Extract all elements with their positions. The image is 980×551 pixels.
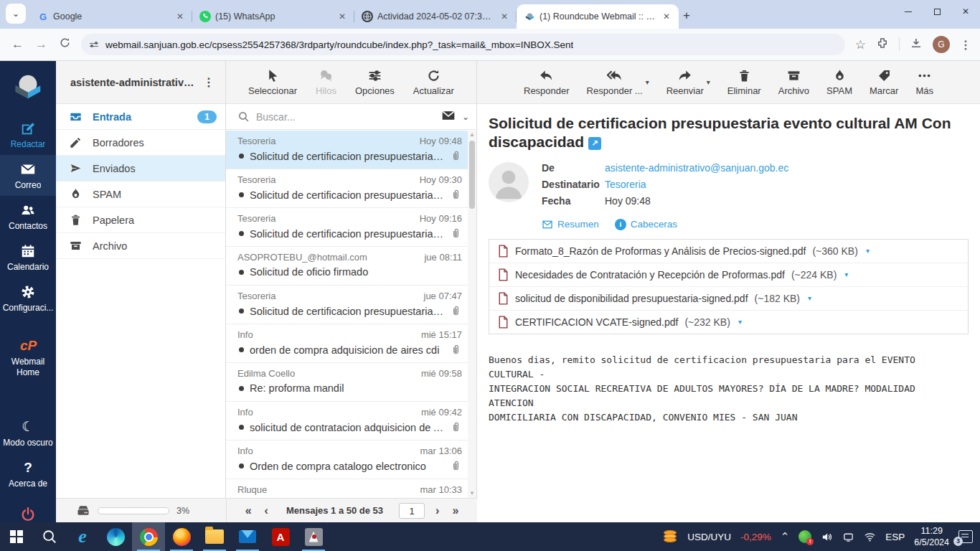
taskbar-java-app-button[interactable]: [297, 522, 330, 551]
message-row[interactable]: Tesoreriajue 07:47 Solicitud de certific…: [226, 286, 468, 324]
reply-all-caret-icon[interactable]: ▾: [646, 78, 649, 86]
tab-close-icon[interactable]: ✕: [498, 10, 511, 23]
folder-borradores[interactable]: Borradores: [56, 130, 225, 156]
folder-archivo[interactable]: Archivo: [56, 233, 225, 259]
from-address-link[interactable]: asistente-administrativo@sanjuan.gob.ec: [605, 162, 788, 174]
search-scope-icon[interactable]: [441, 108, 456, 126]
to-address-link[interactable]: Tesoreria: [605, 179, 646, 190]
unread-dot-icon[interactable]: [239, 309, 244, 314]
unread-dot-icon[interactable]: [239, 463, 244, 468]
forward-button[interactable]: →: [35, 37, 47, 52]
tab-google[interactable]: G Google ✕: [30, 4, 192, 29]
taskbar-explorer-button[interactable]: [198, 522, 231, 551]
taskbar-acrobat-button[interactable]: A: [264, 522, 297, 551]
page-number-input[interactable]: 1: [399, 503, 425, 519]
unread-dot-icon[interactable]: [239, 270, 244, 275]
scroll-up-icon[interactable]: ▲: [468, 131, 476, 139]
attachment-item[interactable]: Formato_8_Razón de Proformas y Análisis …: [489, 240, 968, 263]
attachment-item[interactable]: Necesidades de Contratación y Recepción …: [489, 263, 968, 287]
tray-expand-icon[interactable]: ⌃: [781, 530, 790, 543]
message-row[interactable]: TesoreriaHoy 09:48 Solicitud de certific…: [226, 131, 468, 169]
unread-dot-icon[interactable]: [239, 386, 244, 391]
sidebar-item-webmail-home[interactable]: cP Webmail Home: [0, 331, 56, 384]
ticker-pair[interactable]: USD/UYU: [687, 532, 731, 542]
message-row[interactable]: TesoreriaHoy 09:30 Solicitud de certific…: [226, 169, 468, 208]
clock[interactable]: 11:29 6/5/2024: [914, 525, 949, 549]
taskbar-ie-button[interactable]: e: [66, 522, 99, 551]
display-tray-icon[interactable]: [842, 531, 854, 543]
folder-papelera[interactable]: Papelera: [56, 207, 225, 233]
attachment-menu-icon[interactable]: ▾: [844, 270, 848, 278]
search-options-chevron-icon[interactable]: ⌄: [462, 112, 469, 122]
profile-avatar[interactable]: G: [933, 36, 950, 53]
sidebar-item-configuracion[interactable]: Configuraci...: [0, 278, 56, 319]
attachment-menu-icon[interactable]: ▾: [738, 318, 742, 326]
tab-actividad[interactable]: Actividad 2024-05-02 07:30:00 ✕: [354, 4, 517, 29]
delete-button[interactable]: Eliminar: [727, 68, 761, 96]
unread-dot-icon[interactable]: [239, 425, 244, 430]
url-bar[interactable]: webmail.sanjuan.gob.ec/cpsess2554257368/…: [81, 34, 845, 55]
tab-close-icon[interactable]: ✕: [660, 10, 673, 23]
prev-page-button[interactable]: ‹: [263, 504, 270, 517]
action-center-icon[interactable]: 3: [958, 530, 973, 543]
sidebar-item-redactar[interactable]: Redactar: [0, 114, 56, 155]
select-button[interactable]: Seleccionar: [248, 68, 297, 96]
taskbar-edge-button[interactable]: [99, 522, 132, 551]
forward-button[interactable]: Reenviar: [666, 68, 704, 96]
sidebar-item-calendario[interactable]: Calendario: [0, 237, 56, 278]
tab-search-button[interactable]: ⌄: [6, 4, 26, 24]
search-input[interactable]: [256, 111, 435, 123]
browser-menu-icon[interactable]: ⋮: [960, 38, 971, 52]
start-button[interactable]: [0, 522, 33, 551]
window-maximize-button[interactable]: [923, 0, 951, 23]
window-minimize-button[interactable]: [894, 0, 923, 23]
first-page-button[interactable]: «: [243, 504, 254, 517]
taskbar-chrome-button[interactable]: [132, 522, 165, 551]
reply-button[interactable]: Responder: [524, 68, 570, 96]
message-row[interactable]: Infomar 13:06 Orden de compra catalogo e…: [226, 441, 468, 479]
folder-enviados-selected[interactable]: Enviados: [56, 156, 225, 182]
sidebar-item-acerca-de[interactable]: ? Acerca de: [0, 453, 56, 494]
options-button[interactable]: Opciones: [355, 68, 395, 96]
taskbar-mail-button[interactable]: [231, 522, 264, 551]
sidebar-item-correo[interactable]: Correo: [0, 155, 56, 196]
more-button[interactable]: Más: [915, 68, 933, 96]
message-row[interactable]: Edilma Coellomié 09:58 Re: proforma mand…: [226, 363, 468, 402]
folder-entrada[interactable]: Entrada 1: [56, 104, 225, 130]
unread-dot-icon[interactable]: [239, 154, 244, 159]
taskbar-search-button[interactable]: [33, 522, 66, 551]
extensions-icon[interactable]: [876, 37, 889, 52]
antivirus-tray-icon[interactable]: [798, 530, 811, 543]
new-tab-button[interactable]: +: [683, 9, 690, 23]
reload-button[interactable]: [59, 37, 71, 52]
unread-dot-icon[interactable]: [239, 347, 244, 352]
volume-icon[interactable]: [821, 531, 833, 543]
attachment-item[interactable]: solicitud de disponibilidad presupuestar…: [489, 287, 968, 311]
message-row[interactable]: ASOPROTEBU_@hotmail.comjue 08:11 Solicit…: [226, 247, 468, 286]
message-row[interactable]: Rluquemar 10:33: [226, 479, 468, 498]
sidebar-item-contactos[interactable]: Contactos: [0, 196, 56, 237]
folder-spam[interactable]: SPAM: [56, 182, 225, 207]
language-indicator[interactable]: ESP: [885, 532, 905, 542]
bookmark-star-icon[interactable]: ☆: [855, 37, 866, 52]
spam-button[interactable]: SPAM: [826, 68, 852, 96]
attachment-item[interactable]: CERTIFICACION VCATE-signed.pdf (~232 KB)…: [489, 311, 968, 334]
attachment-menu-icon[interactable]: ▾: [866, 247, 870, 255]
site-settings-icon[interactable]: [90, 43, 98, 47]
headers-link[interactable]: i Cabeceras: [615, 219, 677, 230]
downloads-icon[interactable]: [910, 37, 923, 52]
reply-all-button[interactable]: Responder ...: [587, 68, 643, 96]
message-row[interactable]: TesoreriaHoy 09:16 Solicitud de certific…: [226, 208, 468, 247]
attachment-menu-icon[interactable]: ▾: [808, 294, 811, 302]
archive-button[interactable]: Archivo: [778, 68, 809, 96]
refresh-button[interactable]: Actualizar: [413, 68, 454, 96]
taskbar-firefox-button[interactable]: [165, 522, 198, 551]
forward-caret-icon[interactable]: ▾: [707, 78, 710, 86]
scroll-down-icon[interactable]: ▼: [468, 489, 476, 498]
message-row[interactable]: Infomié 09:42 solicitud de contratacion …: [226, 402, 468, 441]
wifi-icon[interactable]: [864, 531, 876, 543]
list-scrollbar[interactable]: ▲ ▼: [468, 131, 476, 498]
tab-whatsapp[interactable]: (15) WhatsApp ✕: [192, 4, 354, 29]
next-page-button[interactable]: ›: [433, 504, 441, 517]
unread-dot-icon[interactable]: [239, 231, 244, 236]
